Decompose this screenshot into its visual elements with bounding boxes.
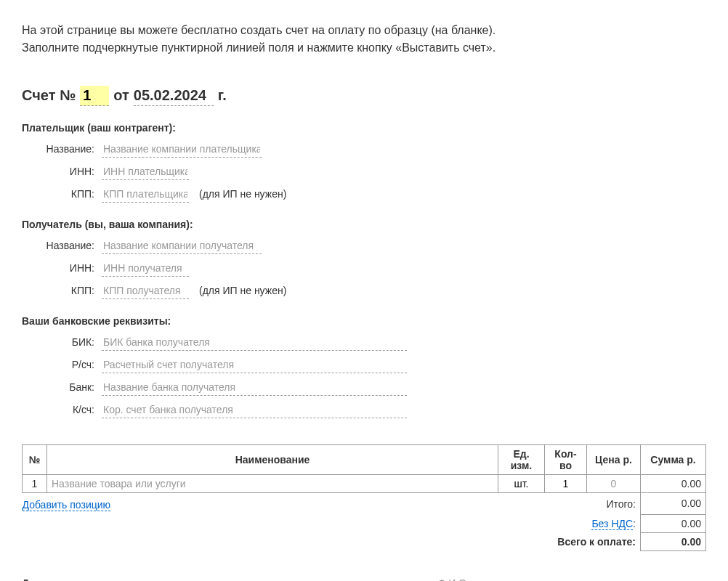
invoice-prefix: Счет № [22,87,76,104]
payer-inn-input[interactable] [102,163,189,180]
items-table: № Наименование Ед. изм. Кол-во Цена р. С… [22,444,706,551]
intro-line-1: На этой странице вы можете бесплатно соз… [22,22,706,39]
payer-inn-label: ИНН: [22,166,94,177]
invoice-number-input[interactable] [80,86,109,106]
col-header-num: № [23,445,47,475]
payer-name-input[interactable] [102,141,262,158]
col-header-unit: Ед. изм. [498,445,545,475]
director-label: Директор [22,577,116,582]
invoice-header: Счет № от г. [22,86,706,106]
row-num: 1 [23,475,47,493]
director-fio-input[interactable] [378,577,581,582]
recipient-inn-input[interactable] [102,260,189,277]
item-price-input[interactable] [591,478,636,489]
bank-name-label: Банк: [22,381,94,393]
bank-bik-label: БИК: [22,336,94,348]
item-unit-input[interactable] [503,478,540,489]
recipient-kpp-input[interactable] [102,283,189,299]
payer-section-title: Плательщик (ваш контрагент): [22,122,706,134]
year-suffix: г. [218,87,227,104]
nds-colon: : [633,518,636,529]
col-header-price: Цена р. [587,445,641,475]
recipient-kpp-hint: (для ИП не нужен) [199,285,286,296]
col-header-sum: Сумма р. [641,445,706,475]
add-item-link[interactable]: Добавить позицию [23,499,111,511]
invoice-date-input[interactable] [134,86,214,106]
payer-name-label: Название: [22,143,94,155]
item-name-input[interactable] [52,478,493,489]
bank-rs-input[interactable] [102,357,407,373]
col-header-name: Наименование [47,445,498,475]
subtotal-value: 0.00 [641,493,706,515]
intro-text: На этой странице вы можете бесплатно соз… [22,22,706,57]
payer-kpp-hint: (для ИП не нужен) [199,188,286,200]
subtotal-label: Итого: [498,493,641,515]
recipient-kpp-label: КПП: [22,285,94,296]
payer-kpp-input[interactable] [102,186,189,203]
bank-name-input[interactable] [102,379,407,396]
intro-line-2: Заполните подчеркнутые пунктирной линией… [22,39,706,57]
recipient-inn-label: ИНН: [22,262,94,274]
from-label: от [113,87,129,104]
bank-ks-label: К/сч: [22,404,94,415]
col-header-qty: Кол-во [545,445,587,475]
bank-rs-label: Р/сч: [22,359,94,370]
item-qty-input[interactable] [549,478,582,489]
bank-section-title: Ваши банковские реквизиты: [22,315,706,327]
table-row: 1 0.00 [23,475,706,493]
bank-ks-input[interactable] [102,402,407,418]
item-sum: 0.00 [641,475,706,493]
recipient-name-input[interactable] [102,237,262,254]
payer-kpp-label: КПП: [22,188,94,200]
grand-total-label: Всего к оплате: [498,532,641,550]
director-row: Директор [22,577,706,582]
recipient-name-label: Название: [22,240,94,251]
nds-link[interactable]: Без НДС [591,518,633,530]
nds-value: 0.00 [641,514,706,532]
grand-total-value: 0.00 [641,532,706,550]
bank-bik-input[interactable] [102,334,407,351]
recipient-section-title: Получатель (вы, ваша компания): [22,219,706,230]
